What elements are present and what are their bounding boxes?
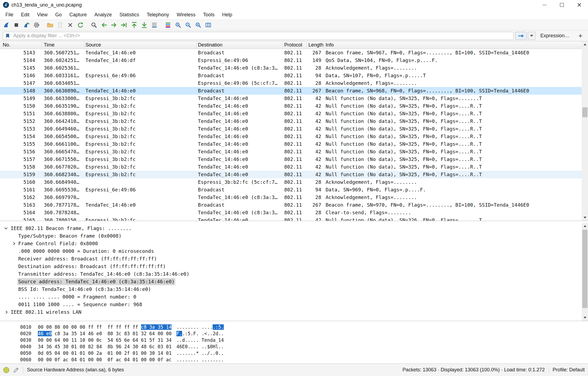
packet-row[interactable]: 5157360.6671550…Espressi_3b:b2:fcTendaTe… xyxy=(0,156,582,163)
menu-item[interactable]: Analyze xyxy=(91,10,116,20)
packet-list-scrollbar[interactable] xyxy=(582,41,588,221)
details-row[interactable]: IEEE 802.11 wireless LAN xyxy=(0,308,588,316)
stop-capture-button[interactable] xyxy=(11,20,21,30)
packet-row[interactable]: 5155360.6661100…Espressi_3b:b2:fcTendaTe… xyxy=(0,140,582,148)
packet-row[interactable]: 5165360.7880150…Espressi_3b:b2:fcTendaTe… xyxy=(0,216,582,221)
menu-item[interactable]: Edit xyxy=(17,10,33,20)
expand-chevron-icon[interactable] xyxy=(10,240,17,247)
details-scrollbar[interactable] xyxy=(582,223,588,321)
hex-row[interactable]: 003000 00 64 00 11 10 00 0c 54 65 6e 64 … xyxy=(0,337,588,343)
hex-row[interactable]: 004034 36 45 30 01 08 82 84 8b 96 24 30 … xyxy=(0,343,588,350)
add-filter-button[interactable]: + xyxy=(576,32,585,40)
minimize-button[interactable] xyxy=(536,0,553,10)
reload-file-button[interactable] xyxy=(75,20,85,30)
auto-scroll-button[interactable] xyxy=(149,20,159,30)
details-row[interactable]: Transmitter address: TendaTec_14:46:e0 (… xyxy=(0,270,588,278)
details-row[interactable]: .000 0000 0000 0000 = Duration: 0 micros… xyxy=(0,247,588,255)
packet-row[interactable]: 5163360.7877178…TendaTec_14:46:e0Broadca… xyxy=(0,201,582,209)
packet-row[interactable]: 5148360.6630890…TendaTec_14:46:e0Broadca… xyxy=(0,87,582,95)
packet-row[interactable]: 5149360.6633000…Espressi_3b:b2:fcTendaTe… xyxy=(0,95,582,102)
go-to-packet-button[interactable] xyxy=(119,20,129,30)
menu-item[interactable]: View xyxy=(33,10,51,20)
go-to-first-button[interactable] xyxy=(129,20,139,30)
column-header-time[interactable]: Time xyxy=(42,41,84,49)
packet-row[interactable]: 5159360.6682340…Espressi_3b:b2:fcTendaTe… xyxy=(0,171,582,178)
expand-chevron-icon[interactable] xyxy=(10,285,17,293)
display-filter-box[interactable] xyxy=(3,32,514,40)
expand-chevron-icon[interactable] xyxy=(10,247,17,255)
capture-options-button[interactable] xyxy=(31,20,41,30)
details-row[interactable]: BSS Id: TendaTec_14:46:e0 (c8:3a:35:14:4… xyxy=(0,285,588,293)
go-to-last-button[interactable] xyxy=(139,20,149,30)
hex-row[interactable]: 006000 00 0f ac 04 01 00 00 0f ac 04 01 … xyxy=(0,356,588,363)
packet-row[interactable]: 5162360.6697970…TendaTec_14:46:e0 (c8:3a… xyxy=(0,194,582,201)
packet-row[interactable]: 5161360.6695530…Espressi_6e:49:06Broadca… xyxy=(0,186,582,194)
details-row[interactable]: 0011 1100 1000 .... = Sequence number: 9… xyxy=(0,301,588,308)
expression-button[interactable]: Expression… xyxy=(540,33,569,39)
close-button[interactable] xyxy=(571,0,588,10)
column-header-info[interactable]: Info xyxy=(323,41,582,49)
filter-dropdown-button[interactable] xyxy=(528,32,535,40)
packet-row[interactable]: 5147360.6034051…Espressi_6e:49:06 (5c:cf… xyxy=(0,79,582,87)
capture-comment-icon[interactable] xyxy=(13,367,19,373)
packet-row[interactable]: 5143360.5607251…TendaTec_14:46:e0Broadca… xyxy=(0,49,582,57)
packet-row[interactable]: 5158360.6677020…Espressi_3b:b2:fcTendaTe… xyxy=(0,163,582,171)
scrollbar-thumb[interactable] xyxy=(582,230,587,308)
menu-item[interactable]: Help xyxy=(218,10,236,20)
open-file-button[interactable] xyxy=(45,20,55,30)
details-row[interactable]: Type/Subtype: Beacon frame (0x0008) xyxy=(0,232,588,240)
packet-row[interactable]: 5164360.7878248…TendaTec_14:46:e0 (c8:3a… xyxy=(0,209,582,216)
packet-row[interactable]: 5152360.6642410…Espressi_3b:b2:fcTendaTe… xyxy=(0,117,582,125)
column-header-no[interactable]: No. xyxy=(0,41,42,49)
restart-capture-button[interactable] xyxy=(21,20,31,30)
close-file-button[interactable] xyxy=(65,20,75,30)
packet-row[interactable]: 5151360.6638800…Espressi_3b:b2:fcTendaTe… xyxy=(0,110,582,117)
hex-row[interactable]: 002046 e0 c8 3a 35 14 46 e0 80 3c 83 01 … xyxy=(0,330,588,337)
expand-chevron-icon[interactable] xyxy=(2,225,10,232)
go-back-button[interactable] xyxy=(99,20,109,30)
column-header-source[interactable]: Source xyxy=(84,41,197,49)
maximize-button[interactable] xyxy=(553,0,571,10)
menu-item[interactable]: Tools xyxy=(199,10,218,20)
details-row[interactable]: .... .... .... 0000 = Fragment number: 0 xyxy=(0,293,588,301)
expand-chevron-icon[interactable] xyxy=(10,232,17,240)
scrollbar-thumb[interactable] xyxy=(582,107,587,117)
expand-chevron-icon[interactable] xyxy=(10,263,17,270)
packet-row[interactable]: 5156360.6665470…Espressi_3b:b2:fcTendaTe… xyxy=(0,148,582,156)
column-header-protocol[interactable]: Protocol xyxy=(283,41,307,49)
expert-info-icon[interactable] xyxy=(3,367,9,373)
menu-item[interactable]: Statistics xyxy=(116,10,143,20)
menu-item[interactable]: Telephony xyxy=(143,10,173,20)
pane-splitter[interactable] xyxy=(0,221,588,223)
details-row[interactable]: Source address: TendaTec_14:46:e0 (c8:3a… xyxy=(0,278,588,285)
colorize-packets-button[interactable] xyxy=(163,20,173,30)
packet-row[interactable]: 5146360.6033161…Espressi_6e:49:06Broadca… xyxy=(0,72,582,79)
expand-chevron-icon[interactable] xyxy=(10,293,17,301)
hex-row[interactable]: 001000 00 80 00 00 00 ff ff ff ff ff ff … xyxy=(0,324,588,330)
find-packet-button[interactable] xyxy=(89,20,99,30)
resize-columns-button[interactable] xyxy=(203,20,213,30)
packet-row[interactable]: 5144360.6024251…TendaTec_14:46:dfEspress… xyxy=(0,57,582,64)
expand-chevron-icon[interactable] xyxy=(10,255,17,263)
apply-filter-button[interactable] xyxy=(515,32,527,40)
expand-chevron-icon[interactable] xyxy=(10,278,17,285)
zoom-out-button[interactable] xyxy=(183,20,193,30)
packet-row[interactable]: 5145360.6025361…TendaTec_14:46:e0 (c8:3a… xyxy=(0,64,582,72)
details-row[interactable]: Receiver address: Broadcast (ff:ff:ff:ff… xyxy=(0,255,588,263)
details-row[interactable]: Destination address: Broadcast (ff:ff:ff… xyxy=(0,263,588,270)
details-row[interactable]: IEEE 802.11 Beacon frame, Flags: .......… xyxy=(0,225,588,232)
packet-row[interactable]: 5150360.6635190…Espressi_3b:b2:fcTendaTe… xyxy=(0,102,582,110)
profile-text[interactable]: Profile: Default xyxy=(553,367,585,373)
details-row[interactable]: Frame Control Field: 0x8000 xyxy=(0,240,588,247)
display-filter-input[interactable] xyxy=(13,33,511,39)
menu-item[interactable]: Go xyxy=(51,10,66,20)
packet-row[interactable]: 5154360.6654500…Espressi_3b:b2:fcTendaTe… xyxy=(0,133,582,140)
expand-chevron-icon[interactable] xyxy=(2,308,10,316)
column-header-length[interactable]: Length xyxy=(307,41,323,49)
scroll-down-button[interactable] xyxy=(582,215,588,221)
column-header-destination[interactable]: Destination xyxy=(197,41,283,49)
zoom-in-button[interactable] xyxy=(173,20,183,30)
hex-row[interactable]: 00500d 05 04 00 01 01 00 2a 01 00 2f 01 … xyxy=(0,350,588,356)
packet-row[interactable]: 5153360.6649460…Espressi_3b:b2:fcTendaTe… xyxy=(0,125,582,133)
expand-chevron-icon[interactable] xyxy=(10,270,17,278)
